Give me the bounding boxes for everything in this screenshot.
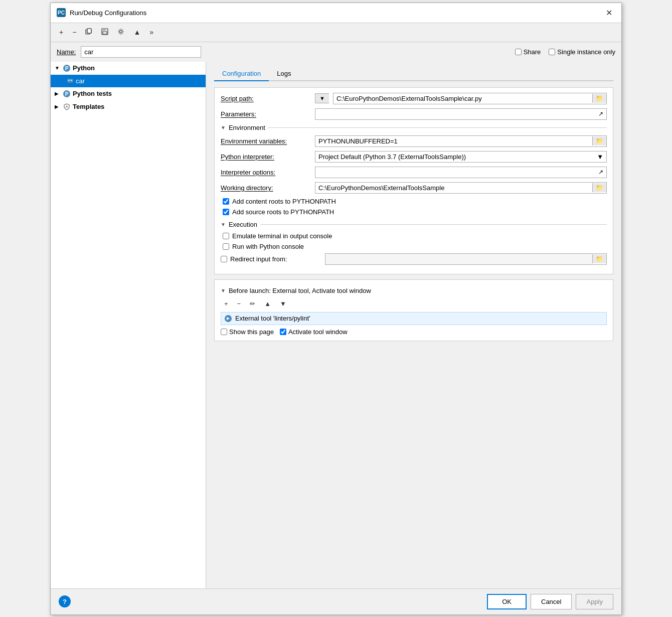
share-option[interactable]: Share [515,48,541,56]
single-instance-checkbox[interactable] [549,49,555,55]
script-path-label: Script path: [221,95,311,102]
activate-tool-window-label: Activate tool window [288,328,348,336]
svg-text:P: P [65,66,69,71]
interpreter-options-input[interactable] [315,167,595,178]
interpreter-options-row: Interpreter options: ↗ [221,167,607,178]
environment-arrow[interactable]: ▼ [221,125,226,130]
share-checkbox[interactable] [515,49,522,55]
bl-down-button[interactable]: ▼ [276,298,290,309]
svg-rect-10 [68,80,70,81]
svg-rect-11 [71,80,72,81]
script-path-dropdown[interactable]: ▼ [315,93,329,103]
up-button[interactable]: ▲ [130,26,144,38]
svg-rect-2 [87,29,91,33]
python-interpreter-select[interactable]: Project Default (Python 3.7 (ExternalToo… [315,151,607,163]
working-directory-input-container: 📁 [315,182,607,194]
add-content-roots-checkbox[interactable] [223,198,229,205]
remove-button[interactable]: − [69,26,80,38]
parameters-input[interactable] [315,109,595,119]
copy-button[interactable] [82,26,96,39]
ok-button[interactable]: OK [487,594,527,609]
more-button[interactable]: » [146,26,157,38]
external-tool-item[interactable]: External tool 'linters/pylint' [221,312,607,325]
interpreter-options-expand[interactable]: ↗ [595,168,606,177]
bl-up-button[interactable]: ▲ [261,298,274,309]
emulate-terminal-label: Emulate terminal in output console [232,232,332,240]
tree-python[interactable]: ▼ P Python [51,62,206,75]
main-content: ▼ P Python car ▶ P [51,62,621,588]
show-page-row: Show this page Activate tool window [221,328,607,336]
activate-tool-window-checkbox[interactable] [280,329,286,335]
env-variables-row: Environment variables: 📁 [221,135,607,147]
cancel-button[interactable]: Cancel [531,594,572,609]
bottom-bar: ? OK Cancel Apply [51,588,621,614]
script-path-browse[interactable]: 📁 [592,94,606,103]
save-button[interactable] [98,26,112,39]
car-label: car [76,77,85,85]
add-content-roots-label: Add content roots to PYTHONPATH [232,198,336,205]
external-tool-icon [224,315,232,323]
bottom-buttons: OK Cancel Apply [487,594,613,609]
tab-logs[interactable]: Logs [269,67,299,81]
env-variables-browse[interactable]: 📁 [592,136,606,145]
add-source-roots-checkbox[interactable] [223,209,229,215]
before-launch-toolbar: + − ✏ ▲ ▼ [221,298,607,309]
run-python-console-checkbox[interactable] [223,243,229,250]
environment-title: Environment [229,124,265,131]
python-tests-icon: P [63,90,71,98]
emulate-terminal-row: Emulate terminal in output console [221,232,607,240]
environment-line [268,127,607,128]
name-label: Name: [57,48,76,56]
execution-arrow[interactable]: ▼ [221,222,226,227]
run-python-console-row: Run with Python console [221,243,607,250]
templates-icon [63,103,71,111]
close-button[interactable]: ✕ [603,7,615,19]
before-launch-header: ▼ Before launch: External tool, Activate… [221,287,607,294]
toolbar: + − ▲ » [51,23,621,42]
help-button[interactable]: ? [59,595,71,607]
redirect-input-container: 📁 [325,253,607,265]
show-page-option[interactable]: Show this page [221,328,274,336]
single-instance-option[interactable]: Single instance only [549,48,615,56]
python-interpreter-label: Python interpreter: [221,153,311,161]
tab-configuration[interactable]: Configuration [214,67,269,81]
interpreter-options-label: Interpreter options: [221,169,311,176]
bl-add-button[interactable]: + [221,298,232,309]
tree-car[interactable]: car [51,75,206,87]
interpreter-options-input-container: ↗ [315,167,607,178]
dialog-title: Run/Debug Configurations [70,9,146,17]
redirect-input-browse[interactable]: 📁 [592,254,606,263]
parameters-expand[interactable]: ↗ [595,109,606,118]
redirect-input-input[interactable] [325,254,592,264]
external-tool-label: External tool 'linters/pylint' [235,315,310,322]
python-interpreter-dropdown-icon: ▼ [597,153,603,161]
execution-section-header: ▼ Execution [221,221,607,228]
apply-button[interactable]: Apply [576,594,613,609]
working-directory-label: Working directory: [221,184,311,192]
settings-button[interactable] [114,26,128,39]
svg-rect-9 [67,79,73,83]
emulate-terminal-checkbox[interactable] [223,233,229,239]
before-launch-section: ▼ Before launch: External tool, Activate… [214,279,613,341]
tree-templates[interactable]: ▶ Templates [51,100,206,113]
add-source-roots-label: Add source roots to PYTHONPATH [232,208,334,216]
show-page-checkbox[interactable] [221,329,227,335]
add-source-roots-row: Add source roots to PYTHONPATH [221,208,607,216]
redirect-input-checkbox[interactable] [221,256,227,262]
env-variables-input[interactable] [315,136,592,146]
add-button[interactable]: + [56,26,67,38]
name-input[interactable] [81,46,201,58]
activate-tool-window-option[interactable]: Activate tool window [280,328,348,336]
tree-python-tests[interactable]: ▶ P Python tests [51,87,206,100]
script-path-input[interactable] [333,93,592,104]
bl-edit-button[interactable]: ✏ [246,298,259,309]
before-launch-arrow[interactable]: ▼ [221,288,226,293]
working-directory-input[interactable] [315,183,592,193]
environment-section-header: ▼ Environment [221,124,607,131]
env-variables-label: Environment variables: [221,137,311,145]
script-path-row: Script path: ▼ 📁 [221,93,607,104]
right-panel: Configuration Logs Script path: ▼ 📁 Para… [206,62,621,588]
working-directory-browse[interactable]: 📁 [592,183,606,192]
bl-remove-button[interactable]: − [234,298,245,309]
show-page-label: Show this page [229,328,274,336]
